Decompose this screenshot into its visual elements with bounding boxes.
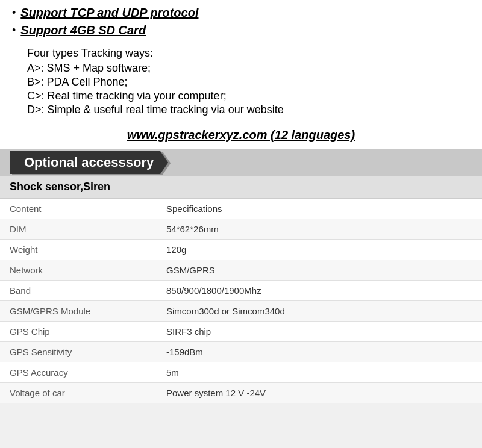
table-row: Weight 120g <box>0 240 482 260</box>
row-value-gps-accuracy: 5m <box>157 362 482 383</box>
tracking-section: Four types Tracking ways: A>: SMS + Map … <box>0 47 482 123</box>
bullet-text-2: Support 4GB SD Card <box>20 23 146 37</box>
bullet-dot-1: • <box>12 7 16 18</box>
col-header-label: Content <box>0 199 157 219</box>
row-label-gps-sensitivity: GPS Sensitivity <box>0 342 157 362</box>
row-label-gps-chip: GPS Chip <box>0 322 157 342</box>
row-value-network: GSM/GPRS <box>157 260 482 281</box>
bullet-text-1: Support TCP and UDP protocol <box>20 6 198 20</box>
optional-header-wrapper: Optional accesssory Optional accesssory <box>0 149 482 176</box>
tracking-item-d: D>: Simple & useful real time tracking v… <box>27 104 470 116</box>
tracking-title: Four types Tracking ways: <box>27 47 470 60</box>
optional-header-box: Optional accesssory <box>10 151 168 174</box>
table-row: GPS Chip SIRF3 chip <box>0 322 482 342</box>
row-label-gps-accuracy: GPS Accuracy <box>0 362 157 383</box>
row-value-gps-sensitivity: -159dBm <box>157 342 482 362</box>
row-value-band: 850/900/1800/1900Mhz <box>157 281 482 301</box>
section-header-row: Shock sensor,Siren <box>0 176 482 199</box>
row-label-weight: Weight <box>0 240 157 260</box>
spec-table: Shock sensor,Siren Content Specification… <box>0 176 482 403</box>
website-link[interactable]: www.gpstrackerxyz.com (12 languages) <box>127 128 355 142</box>
row-label-network: Network <box>0 260 157 281</box>
row-value-gsm-module: Simcom300d or Simcom340d <box>157 301 482 322</box>
table-row: Voltage of car Power system 12 V -24V <box>0 383 482 403</box>
tracking-item-a: A>: SMS + Map software; <box>27 62 470 75</box>
table-row: GPS Sensitivity -159dBm <box>0 342 482 362</box>
bullet-dot-2: • <box>12 25 16 36</box>
row-label-voltage: Voltage of car <box>0 383 157 403</box>
table-row: Band 850/900/1800/1900Mhz <box>0 281 482 301</box>
tracking-item-b: B>: PDA Cell Phone; <box>27 76 470 89</box>
row-value-gps-chip: SIRF3 chip <box>157 322 482 342</box>
bullet-item-1: • Support TCP and UDP protocol <box>12 6 470 20</box>
section-header-cell: Shock sensor,Siren <box>0 176 482 199</box>
row-value-weight: 120g <box>157 240 482 260</box>
table-row: GSM/GPRS Module Simcom300d or Simcom340d <box>0 301 482 322</box>
table-row: Network GSM/GPRS <box>0 260 482 281</box>
row-value-dim: 54*62*26mm <box>157 219 482 240</box>
row-label-gsm-module: GSM/GPRS Module <box>0 301 157 322</box>
row-label-band: Band <box>0 281 157 301</box>
col-header-value: Specifications <box>157 199 482 219</box>
page-content: • Support TCP and UDP protocol • Support… <box>0 0 482 403</box>
table-row: DIM 54*62*26mm <box>0 219 482 240</box>
website-line: www.gpstrackerxyz.com (12 languages) <box>0 123 482 149</box>
table-row: GPS Accuracy 5m <box>0 362 482 383</box>
bullet-item-2: • Support 4GB SD Card <box>12 23 470 37</box>
tracking-item-c: C>: Real time tracking via your computer… <box>27 90 470 102</box>
optional-header-text: Optional accesssory <box>24 155 154 170</box>
row-value-voltage: Power system 12 V -24V <box>157 383 482 403</box>
row-label-dim: DIM <box>0 219 157 240</box>
column-header-row: Content Specifications <box>0 199 482 219</box>
bullet-section: • Support TCP and UDP protocol • Support… <box>0 0 482 47</box>
